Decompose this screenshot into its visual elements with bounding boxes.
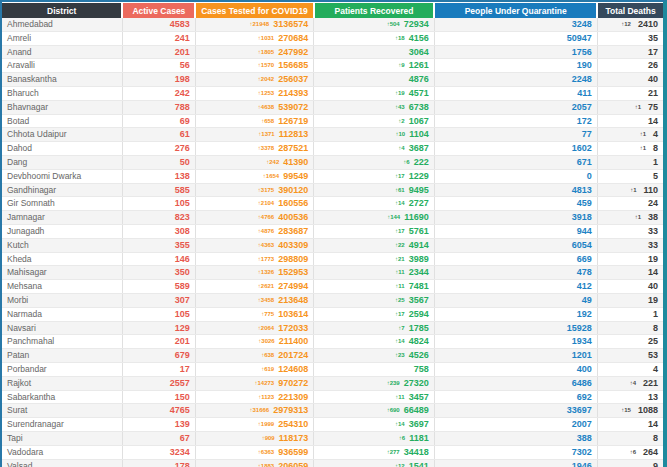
cases-tested-cell: ↑638201724 xyxy=(195,349,313,363)
up-arrow-delta: ↑504 xyxy=(387,21,400,27)
quarantine-cell: 3248 xyxy=(434,18,597,31)
patients-recovered-cell-value: 27320 xyxy=(404,378,429,388)
cases-tested-cell-value: 254310 xyxy=(278,419,308,429)
column-header-total-deaths[interactable]: Total Deaths xyxy=(597,3,663,18)
up-arrow-delta: ↑10 xyxy=(395,131,405,137)
patients-recovered-cell-value: 3064 xyxy=(409,47,429,57)
up-arrow-delta: ↑19 xyxy=(395,90,405,96)
table-row: Patan679↑638201724↑234526120153 xyxy=(2,349,663,363)
active-cases-cell: 242 xyxy=(122,86,195,100)
total-deaths-cell: 14 xyxy=(597,266,663,280)
total-deaths-cell: ↑14 xyxy=(597,128,663,142)
table-row: Navsari129↑2064172033↑71785159288 xyxy=(2,321,663,335)
total-deaths-cell: 33 xyxy=(597,238,663,252)
up-arrow-delta: ↑15 xyxy=(621,407,631,413)
active-cases-cell: 241 xyxy=(122,31,195,45)
total-deaths-cell-value: 221 xyxy=(643,378,658,388)
table-row: Aravalli56↑1570156685↑9126119026 xyxy=(2,59,663,73)
column-header-district[interactable]: District xyxy=(2,3,122,18)
patients-recovered-cell-value: 222 xyxy=(414,157,429,167)
total-deaths-cell: ↑175 xyxy=(597,100,663,114)
total-deaths-cell-value: 33 xyxy=(648,240,658,250)
up-arrow-delta: ↑43 xyxy=(395,104,405,110)
table-row: Surendranagar139↑1999254310↑143697200714 xyxy=(2,418,663,432)
table-row: Kheda146↑1773298809↑21398966919 xyxy=(2,252,663,266)
patients-recovered-cell: ↑71785 xyxy=(314,321,434,335)
cases-tested-cell: ↑1999254310 xyxy=(195,418,313,432)
patients-recovered-cell-value: 2727 xyxy=(409,198,429,208)
table-row: Porbandar17↑6191246087584004 xyxy=(2,362,663,376)
patients-recovered-cell-value: 4876 xyxy=(409,74,429,84)
total-deaths-cell: ↑151088 xyxy=(597,404,663,418)
total-deaths-cell: 1 xyxy=(597,307,663,321)
active-cases-cell: 129 xyxy=(122,321,195,335)
cases-tested-cell: ↑1570156685 xyxy=(195,59,313,73)
up-arrow-delta: ↑3378 xyxy=(258,145,274,151)
total-deaths-cell: 40 xyxy=(597,73,663,87)
active-cases-cell: 139 xyxy=(122,418,195,432)
active-cases-cell: 3234 xyxy=(122,445,195,459)
table-row: Mahisagar350↑1326152953↑11234447814 xyxy=(2,266,663,280)
active-cases-cell: 105 xyxy=(122,197,195,211)
up-arrow-delta: ↑25 xyxy=(395,297,405,303)
quarantine-cell: 2007 xyxy=(434,418,597,432)
total-deaths-cell: 24 xyxy=(597,197,663,211)
patients-recovered-cell-value: 3457 xyxy=(409,392,429,402)
total-deaths-cell-value: 19 xyxy=(648,254,658,264)
patients-recovered-cell-value: 4571 xyxy=(409,88,429,98)
patients-recovered-cell-value: 1104 xyxy=(409,129,429,139)
cases-tested-cell: ↑165499549 xyxy=(195,169,313,183)
cases-tested-cell-value: 41390 xyxy=(283,157,308,167)
up-arrow-delta: ↑1 xyxy=(635,214,641,220)
cases-tested-cell-value: 221309 xyxy=(278,392,308,402)
table-row: Mehsana589↑2621274994↑11748141240 xyxy=(2,280,663,294)
cases-tested-cell-value: 213648 xyxy=(278,295,308,305)
total-deaths-cell: 17 xyxy=(597,45,663,59)
district-cell: Kheda xyxy=(2,252,122,266)
column-header-active-cases[interactable]: Active Cases xyxy=(122,3,195,18)
active-cases-cell: 105 xyxy=(122,307,195,321)
total-deaths-cell-value: 14 xyxy=(648,267,658,277)
cases-tested-cell-value: 400536 xyxy=(278,212,308,222)
cases-tested-cell: ↑909118173 xyxy=(195,431,313,445)
district-cell: Jamnagar xyxy=(2,211,122,225)
patients-recovered-cell-value: 3697 xyxy=(409,419,429,429)
patients-recovered-cell-value: 758 xyxy=(414,364,429,374)
column-header-patients-recovered[interactable]: Patients Recovered xyxy=(314,3,434,18)
patients-recovered-cell-value: 6738 xyxy=(409,102,429,112)
column-header-people-under-quarantine[interactable]: People Under Quarantine xyxy=(434,3,597,18)
up-arrow-delta: ↑239 xyxy=(387,380,400,386)
patients-recovered-cell-value: 66489 xyxy=(404,405,429,415)
cases-tested-cell-value: 390120 xyxy=(278,185,308,195)
total-deaths-cell-value: 1088 xyxy=(638,405,658,415)
table-row: Bharuch242↑1253214393↑19457141121 xyxy=(2,86,663,100)
cases-tested-cell-value: 539072 xyxy=(278,102,308,112)
total-deaths-cell: 4 xyxy=(597,362,663,376)
active-cases-cell: 56 xyxy=(122,59,195,73)
up-arrow-delta: ↑1031 xyxy=(258,35,274,41)
table-row: Sabarkantha150↑1123221309↑11345769213 xyxy=(2,390,663,404)
active-cases-cell: 308 xyxy=(122,224,195,238)
up-arrow-delta: ↑4363 xyxy=(258,242,274,248)
active-cases-cell: 178 xyxy=(122,459,195,467)
patients-recovered-cell-value: 4526 xyxy=(409,350,429,360)
up-arrow-delta: ↑775 xyxy=(261,311,274,317)
up-arrow-delta: ↑1570 xyxy=(258,62,274,68)
up-arrow-delta: ↑1 xyxy=(635,104,641,110)
column-header-cases-tested[interactable]: Cases Tested for COVID19 xyxy=(195,3,313,18)
patients-recovered-cell: ↑101104 xyxy=(314,128,434,142)
cases-tested-cell-value: 112813 xyxy=(279,129,309,139)
table-row: Tapi67↑909118173↑611813888 xyxy=(2,431,663,445)
cases-tested-cell: ↑1123221309 xyxy=(195,390,313,404)
up-arrow-delta: ↑1 xyxy=(640,131,646,137)
patients-recovered-cell: ↑194571 xyxy=(314,86,434,100)
patients-recovered-cell: ↑142727 xyxy=(314,197,434,211)
district-cell: Junagadh xyxy=(2,224,122,238)
patients-recovered-cell: ↑253567 xyxy=(314,293,434,307)
patients-recovered-cell: 758 xyxy=(314,362,434,376)
table-row: Jamnagar823↑4766400536↑144116903918↑138 xyxy=(2,211,663,225)
cases-tested-cell-value: 287521 xyxy=(278,143,308,153)
up-arrow-delta: ↑18 xyxy=(395,35,405,41)
cases-tested-cell: ↑4766400536 xyxy=(195,211,313,225)
patients-recovered-cell: ↑436738 xyxy=(314,100,434,114)
